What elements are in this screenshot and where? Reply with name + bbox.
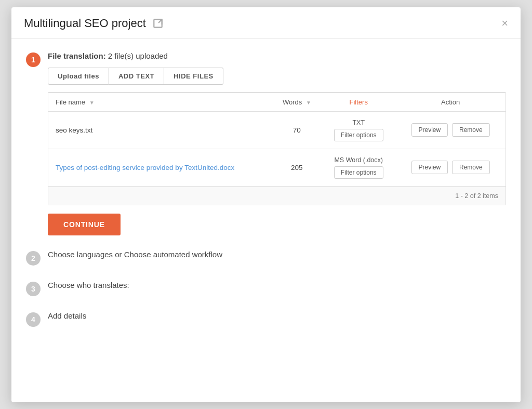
remove-button[interactable]: Remove bbox=[452, 161, 490, 174]
files-table-wrapper: File name ▼ Words ▼ Filters Action bbox=[48, 92, 506, 205]
modal-title-row: Multilingual SEO project bbox=[24, 17, 164, 30]
step-1-badge: 1 bbox=[26, 52, 41, 67]
action-cell: Preview Remove bbox=[395, 149, 506, 186]
external-link-icon[interactable] bbox=[152, 18, 164, 29]
continue-button[interactable]: CONTINUE bbox=[48, 214, 121, 235]
words-cell: 205 bbox=[272, 149, 322, 186]
modal-body: 1 File translation: 2 file(s) uploaded U… bbox=[11, 39, 521, 354]
preview-button[interactable]: Preview bbox=[411, 161, 448, 174]
filter-options-button[interactable]: Filter options bbox=[334, 129, 383, 141]
col-filters: Filters bbox=[322, 93, 395, 111]
file-tabs: Upload files ADD TEXT HIDE FILES bbox=[48, 68, 506, 85]
words-sort-icon[interactable]: ▼ bbox=[306, 100, 311, 105]
file-name-cell: Types of post-editing service provided b… bbox=[48, 149, 272, 186]
tab-hide-files[interactable]: HIDE FILES bbox=[164, 68, 223, 85]
step-4-title: Add details bbox=[48, 311, 506, 320]
filter-cell: TXT Filter options bbox=[322, 111, 395, 149]
tab-add-text[interactable]: ADD TEXT bbox=[109, 68, 164, 85]
step-3-content: Choose who translates: bbox=[48, 281, 506, 297]
table-footer: 1 - 2 of 2 items bbox=[48, 187, 506, 205]
step-2-badge: 2 bbox=[26, 251, 41, 266]
table-row: seo keys.txt 70 TXT Filter options Previ… bbox=[48, 111, 506, 149]
preview-button[interactable]: Preview bbox=[411, 123, 448, 137]
modal-title: Multilingual SEO project bbox=[24, 17, 146, 30]
remove-button[interactable]: Remove bbox=[452, 123, 490, 137]
table-header-row: File name ▼ Words ▼ Filters Action bbox=[48, 93, 506, 111]
step-4-badge: 4 bbox=[26, 312, 41, 327]
filter-type: TXT bbox=[329, 119, 388, 126]
words-cell: 70 bbox=[272, 111, 322, 149]
col-words: Words ▼ bbox=[272, 93, 322, 111]
step-1-title: File translation: 2 file(s) uploaded bbox=[48, 51, 506, 60]
step-2: 2 Choose languages or Choose automated w… bbox=[26, 250, 506, 266]
col-filename: File name ▼ bbox=[48, 93, 272, 111]
modal: Multilingual SEO project × 1 File transl… bbox=[11, 7, 521, 402]
step-3: 3 Choose who translates: bbox=[26, 281, 506, 297]
filename-sort-icon[interactable]: ▼ bbox=[89, 100, 95, 105]
modal-header: Multilingual SEO project × bbox=[11, 7, 521, 39]
step-4-content: Add details bbox=[48, 311, 506, 327]
step-4: 4 Add details bbox=[26, 311, 506, 327]
table-row: Types of post-editing service provided b… bbox=[48, 149, 506, 186]
filter-cell: MS Word (.docx) Filter options bbox=[322, 149, 395, 186]
files-table: File name ▼ Words ▼ Filters Action bbox=[48, 93, 506, 187]
step-1: 1 File translation: 2 file(s) uploaded U… bbox=[26, 51, 506, 235]
step-3-badge: 3 bbox=[26, 282, 41, 296]
file-name-cell: seo keys.txt bbox=[48, 111, 272, 149]
file-link[interactable]: Types of post-editing service provided b… bbox=[56, 164, 234, 171]
step-1-content: File translation: 2 file(s) uploaded Upl… bbox=[48, 51, 506, 235]
action-cell: Preview Remove bbox=[395, 111, 506, 149]
step-2-title: Choose languages or Choose automated wor… bbox=[48, 250, 506, 259]
step-2-content: Choose languages or Choose automated wor… bbox=[48, 250, 506, 266]
tab-upload-files[interactable]: Upload files bbox=[48, 68, 109, 85]
filter-type: MS Word (.docx) bbox=[329, 156, 388, 164]
col-action: Action bbox=[395, 93, 506, 111]
close-button[interactable]: × bbox=[501, 18, 508, 29]
filter-options-button[interactable]: Filter options bbox=[334, 166, 383, 179]
step-3-title: Choose who translates: bbox=[48, 281, 506, 289]
